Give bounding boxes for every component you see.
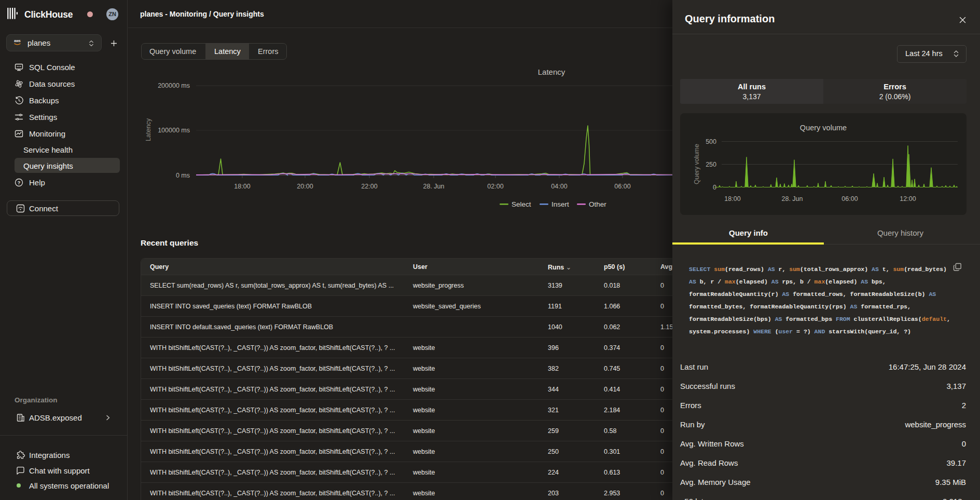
svg-text:500: 500 bbox=[706, 138, 716, 145]
svg-text:Select: Select bbox=[512, 200, 531, 208]
svg-text:Insert: Insert bbox=[551, 200, 569, 208]
svg-text:200000 ms: 200000 ms bbox=[158, 82, 190, 89]
svg-text:18:00: 18:00 bbox=[724, 195, 740, 202]
svg-text:Other: Other bbox=[589, 200, 606, 208]
svg-text:aws: aws bbox=[14, 39, 21, 43]
svg-text:100000 ms: 100000 ms bbox=[158, 127, 190, 134]
svg-text:12:00: 12:00 bbox=[900, 195, 916, 202]
svg-text:0 ms: 0 ms bbox=[176, 172, 190, 179]
svg-text:28. Jun: 28. Jun bbox=[423, 183, 444, 190]
svg-text:Query volume: Query volume bbox=[800, 124, 847, 132]
svg-text:Latency: Latency bbox=[145, 118, 152, 141]
svg-text:02:00: 02:00 bbox=[487, 183, 503, 190]
svg-text:06:00: 06:00 bbox=[614, 183, 630, 190]
svg-text:250: 250 bbox=[706, 161, 716, 168]
svg-text:28. Jun: 28. Jun bbox=[781, 195, 803, 202]
svg-text:04:00: 04:00 bbox=[551, 183, 567, 190]
svg-text:18:00: 18:00 bbox=[234, 183, 250, 190]
svg-text:Latency: Latency bbox=[538, 67, 565, 76]
svg-text:20:00: 20:00 bbox=[297, 183, 313, 190]
svg-text:Query volume: Query volume bbox=[693, 144, 700, 184]
svg-text:22:00: 22:00 bbox=[361, 183, 377, 190]
svg-text:?: ? bbox=[18, 180, 21, 185]
svg-text:06:00: 06:00 bbox=[841, 195, 858, 202]
